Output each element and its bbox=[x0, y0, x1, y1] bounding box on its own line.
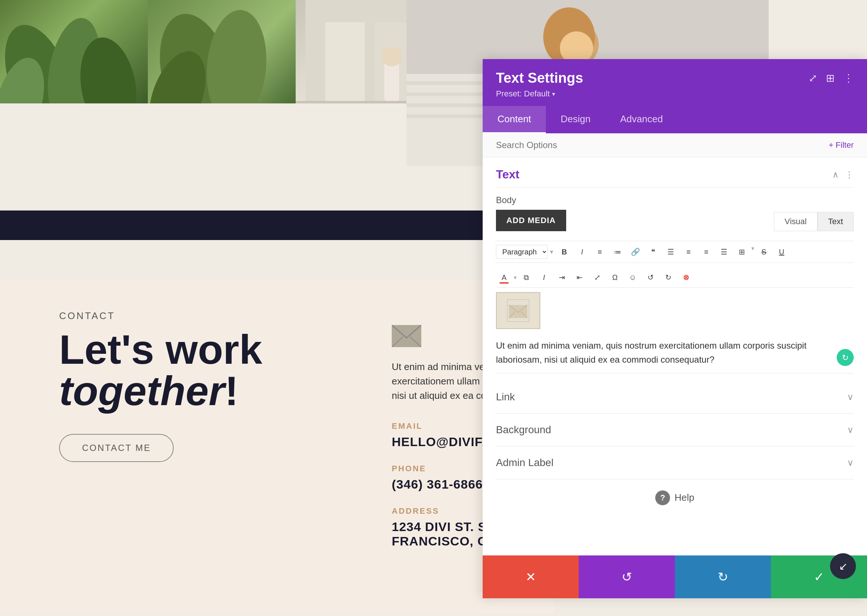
italic-btn[interactable]: I bbox=[574, 245, 590, 259]
redo-btn[interactable]: ↻ bbox=[660, 270, 676, 284]
link-arrow: ∨ bbox=[847, 392, 854, 402]
emoji-btn[interactable]: ☺ bbox=[624, 270, 641, 284]
text-color-btn[interactable]: A bbox=[496, 270, 512, 284]
top-gallery bbox=[0, 0, 443, 104]
undo-footer-button[interactable]: ↺ bbox=[579, 555, 675, 598]
search-input[interactable] bbox=[496, 140, 782, 150]
gallery-image-2 bbox=[148, 0, 296, 104]
copy-paste-btn[interactable]: ⧉ bbox=[518, 270, 534, 284]
redo-footer-button[interactable]: ↻ bbox=[675, 555, 771, 598]
align-right-btn[interactable]: ≡ bbox=[698, 245, 714, 259]
resize-icon[interactable]: ⤢ bbox=[809, 72, 817, 84]
editor-toolbar-row1: Paragraph ▾ B I ≡ ≔ 🔗 ❝ ☰ ≡ ≡ ☰ ⊞ ▾ S U bbox=[496, 241, 854, 263]
tab-advanced[interactable]: Advanced bbox=[605, 106, 678, 133]
indent-btn[interactable]: ⇥ bbox=[553, 270, 570, 284]
undo-btn[interactable]: ↺ bbox=[642, 270, 659, 284]
contact-label: CONTACT bbox=[59, 310, 495, 322]
envelope-icon bbox=[392, 325, 421, 347]
panel-footer: ✕ ↺ ↻ ✓ bbox=[482, 555, 867, 598]
align-center-btn[interactable]: ≡ bbox=[680, 245, 697, 259]
divi-btn[interactable]: ⊗ bbox=[678, 270, 694, 284]
outdent-btn[interactable]: ⇤ bbox=[571, 270, 588, 284]
layout-icon[interactable]: ⊞ bbox=[826, 72, 834, 84]
ordered-list-btn[interactable]: ≔ bbox=[609, 245, 626, 259]
settings-panel: Text Settings ⤢ ⊞ ⋮ Preset: Default ▾ Co… bbox=[482, 59, 867, 598]
panel-search-bar: + Filter bbox=[482, 133, 867, 157]
preset-caret: ▾ bbox=[552, 91, 555, 97]
text-toggle-btn[interactable]: Text bbox=[818, 212, 854, 231]
panel-title-row: Text Settings ⤢ ⊞ ⋮ bbox=[496, 70, 854, 86]
editor-toolbar-row2: A ▾ ⧉ I ⇥ ⇤ ⤢ Ω ☺ ↺ ↻ ⊗ bbox=[496, 267, 854, 288]
unordered-list-btn[interactable]: ≡ bbox=[592, 245, 608, 259]
help-icon: ? bbox=[655, 490, 670, 505]
special-chars-btn[interactable]: Ω bbox=[607, 270, 623, 284]
underline-btn[interactable]: U bbox=[774, 245, 790, 259]
panel-preset[interactable]: Preset: Default ▾ bbox=[496, 89, 854, 99]
panel-header-icons: ⤢ ⊞ ⋮ bbox=[809, 72, 854, 84]
gallery-image-1 bbox=[0, 0, 148, 104]
back-arrow-button[interactable]: ↙ bbox=[830, 553, 856, 579]
italic2-btn[interactable]: I bbox=[536, 270, 552, 284]
toolbar-paragraph-group: Paragraph ▾ bbox=[496, 245, 555, 259]
tab-design[interactable]: Design bbox=[546, 106, 605, 133]
add-media-button[interactable]: ADD MEDIA bbox=[496, 210, 566, 231]
admin-label-section[interactable]: Admin Label ∨ bbox=[496, 446, 854, 479]
svg-point-5 bbox=[202, 7, 271, 104]
filter-button[interactable]: + Filter bbox=[829, 140, 854, 150]
blockquote-btn[interactable]: ❝ bbox=[645, 245, 661, 259]
panel-title: Text Settings bbox=[496, 70, 583, 86]
section-controls: ∧ ⋮ bbox=[832, 170, 854, 180]
sync-icon[interactable]: ↻ bbox=[837, 349, 854, 366]
more-icon[interactable]: ⋮ bbox=[843, 72, 854, 84]
help-label: Help bbox=[675, 492, 694, 503]
body-field-label: Body bbox=[496, 195, 854, 205]
background-section[interactable]: Background ∨ bbox=[496, 413, 854, 446]
strikethrough-btn[interactable]: S bbox=[756, 245, 772, 259]
link-section[interactable]: Link ∨ bbox=[496, 381, 854, 413]
section-menu-icon[interactable]: ⋮ bbox=[845, 170, 854, 180]
panel-header: Text Settings ⤢ ⊞ ⋮ Preset: Default ▾ bbox=[482, 59, 867, 106]
visual-toggle-btn[interactable]: Visual bbox=[774, 212, 818, 231]
cancel-button[interactable]: ✕ bbox=[482, 555, 579, 598]
bold-btn[interactable]: B bbox=[556, 245, 572, 259]
tab-content[interactable]: Content bbox=[482, 106, 546, 133]
paragraph-selector[interactable]: Paragraph bbox=[496, 245, 548, 259]
svg-rect-11 bbox=[385, 62, 399, 101]
align-left-btn[interactable]: ☰ bbox=[663, 245, 679, 259]
admin-label-arrow: ∨ bbox=[847, 457, 854, 468]
editor-image-placeholder bbox=[496, 292, 540, 329]
text-section-header: Text ∧ ⋮ bbox=[496, 157, 854, 188]
contact-me-button[interactable]: CONTACT ME bbox=[59, 434, 174, 462]
justify-btn[interactable]: ☰ bbox=[716, 245, 732, 259]
svg-point-12 bbox=[382, 47, 401, 66]
panel-body: Text ∧ ⋮ Body ADD MEDIA Visual Text Para… bbox=[482, 157, 867, 555]
help-row[interactable]: ? Help bbox=[496, 479, 854, 516]
editor-content[interactable]: Ut enim ad minima veniam, quis nostrum e… bbox=[496, 333, 854, 373]
background-arrow: ∨ bbox=[847, 425, 854, 435]
table-btn[interactable]: ⊞ bbox=[734, 245, 750, 259]
fullscreen-btn[interactable]: ⤢ bbox=[589, 270, 605, 284]
svg-rect-8 bbox=[325, 22, 365, 104]
link-btn[interactable]: 🔗 bbox=[627, 245, 643, 259]
section-collapse-icon[interactable]: ∧ bbox=[832, 170, 839, 180]
text-section-title: Text bbox=[496, 168, 519, 181]
view-toggle: Visual Text bbox=[774, 212, 854, 231]
panel-tabs: Content Design Advanced bbox=[482, 106, 867, 133]
